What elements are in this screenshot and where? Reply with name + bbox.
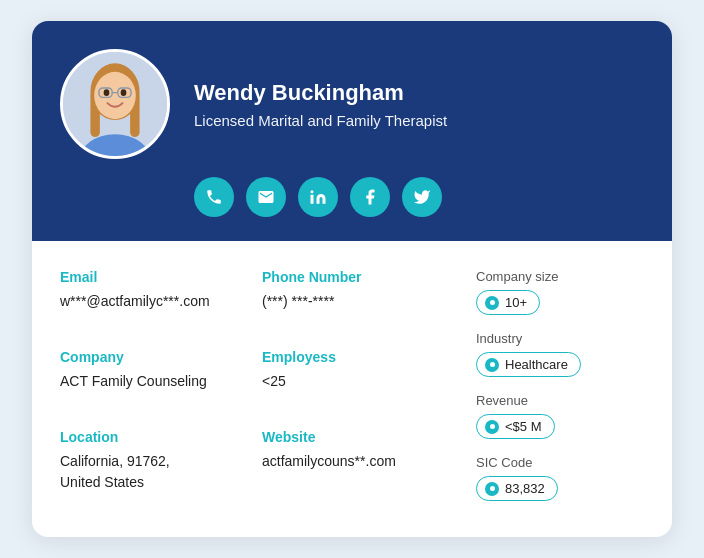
header-top: Wendy Buckingham Licensed Marital and Fa… [60, 49, 644, 159]
profile-name: Wendy Buckingham [194, 80, 447, 106]
revenue-tag: <$5 M [476, 414, 555, 439]
svg-point-7 [121, 89, 127, 96]
employees-label: Employess [262, 349, 464, 365]
industry-value: Healthcare [505, 357, 568, 372]
email-label: Email [60, 269, 262, 285]
contact-details: Email w***@actfamilyc***.com Phone Numbe… [60, 269, 464, 513]
company-size-section: Company size 10+ [476, 269, 644, 315]
industry-label: Industry [476, 331, 644, 346]
svg-point-6 [104, 89, 110, 96]
email-info: Email w***@actfamilyc***.com [60, 269, 262, 312]
location-section: Location California, 91762, United State… [60, 429, 262, 513]
phone-social-button[interactable] [194, 177, 234, 217]
company-label: Company [60, 349, 262, 365]
company-section: Company ACT Family Counseling [60, 349, 262, 429]
linkedin-social-button[interactable] [298, 177, 338, 217]
bottom-row: Location California, 91762, United State… [60, 429, 464, 513]
phone-value: (***) ***-**** [262, 291, 464, 312]
industry-tag: Healthcare [476, 352, 581, 377]
phone-info: Phone Number (***) ***-**** [262, 269, 464, 312]
revenue-label: Revenue [476, 393, 644, 408]
website-section: Website actfamilycouns**.com [262, 429, 464, 513]
company-size-tag: 10+ [476, 290, 540, 315]
card-header: Wendy Buckingham Licensed Marital and Fa… [32, 21, 672, 241]
phone-section: Phone Number (***) ***-**** [262, 269, 464, 349]
avatar [60, 49, 170, 159]
email-value: w***@actfamilyc***.com [60, 291, 262, 312]
phone-label: Phone Number [262, 269, 464, 285]
company-size-label: Company size [476, 269, 644, 284]
svg-point-5 [94, 72, 136, 119]
company-meta: Company size 10+ Industry Healthcare Rev… [464, 269, 644, 513]
location-value: California, 91762, United States [60, 451, 262, 493]
company-info: Company ACT Family Counseling [60, 349, 262, 392]
sic-section: SIC Code 83,832 [476, 455, 644, 501]
top-row: Email w***@actfamilyc***.com Phone Numbe… [60, 269, 464, 349]
email-social-button[interactable] [246, 177, 286, 217]
industry-section: Industry Healthcare [476, 331, 644, 377]
company-size-dot [485, 296, 499, 310]
company-size-value: 10+ [505, 295, 527, 310]
industry-dot [485, 358, 499, 372]
revenue-value: <$5 M [505, 419, 542, 434]
revenue-section: Revenue <$5 M [476, 393, 644, 439]
social-icons-row [194, 177, 644, 217]
website-info: Website actfamilycouns**.com [262, 429, 464, 472]
employees-info: Employess <25 [262, 349, 464, 392]
sic-value: 83,832 [505, 481, 545, 496]
employees-section: Employess <25 [262, 349, 464, 429]
location-label: Location [60, 429, 262, 445]
website-value: actfamilycouns**.com [262, 451, 464, 472]
facebook-social-button[interactable] [350, 177, 390, 217]
profile-title: Licensed Marital and Family Therapist [194, 112, 447, 129]
sic-tag: 83,832 [476, 476, 558, 501]
employees-value: <25 [262, 371, 464, 392]
email-section: Email w***@actfamilyc***.com [60, 269, 262, 349]
card-body: Email w***@actfamilyc***.com Phone Numbe… [32, 241, 672, 537]
website-label: Website [262, 429, 464, 445]
profile-card: Wendy Buckingham Licensed Marital and Fa… [32, 21, 672, 537]
sic-dot [485, 482, 499, 496]
company-value: ACT Family Counseling [60, 371, 262, 392]
sic-label: SIC Code [476, 455, 644, 470]
location-info: Location California, 91762, United State… [60, 429, 262, 493]
middle-row: Company ACT Family Counseling Employess … [60, 349, 464, 429]
header-info: Wendy Buckingham Licensed Marital and Fa… [194, 80, 447, 129]
twitter-social-button[interactable] [402, 177, 442, 217]
revenue-dot [485, 420, 499, 434]
